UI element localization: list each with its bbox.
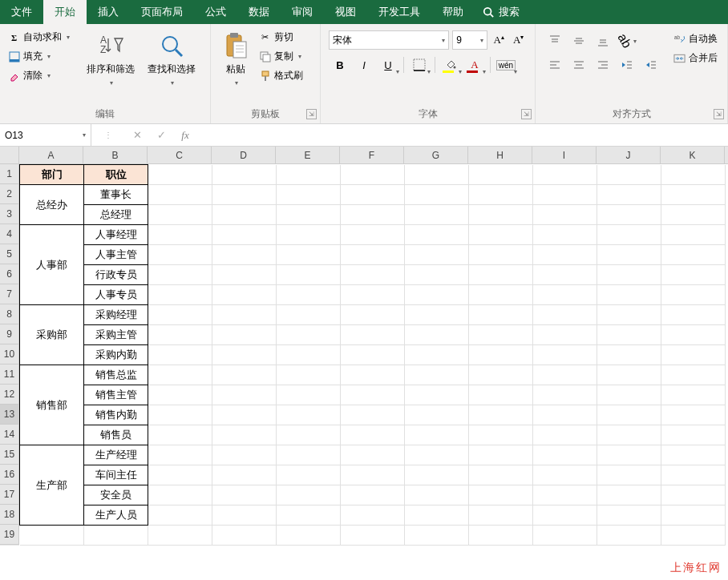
align-center-button[interactable] [568,54,590,75]
cell[interactable] [212,325,277,345]
cell[interactable] [661,526,726,546]
row-header-9[interactable]: 9 [0,324,19,344]
cell[interactable] [405,385,469,405]
cell[interactable] [469,425,533,445]
cell[interactable] [405,205,469,225]
cell[interactable] [277,485,341,505]
fill-color-button[interactable]: ▾ [439,54,462,75]
cell[interactable] [212,345,277,365]
align-right-button[interactable] [592,54,614,75]
cell[interactable] [148,345,212,365]
cell[interactable] [533,205,597,225]
cell[interactable] [148,205,212,225]
cell[interactable]: 采购主管 [84,325,148,345]
cell[interactable] [405,245,469,265]
col-header-D[interactable]: D [212,147,276,163]
row-header-12[interactable]: 12 [0,385,19,405]
cell[interactable] [341,285,405,305]
cell[interactable] [277,425,341,445]
cell[interactable] [469,185,533,205]
tab-layout[interactable]: 页面布局 [130,0,194,24]
cell[interactable]: 销售主管 [84,385,148,405]
cell[interactable] [469,285,533,305]
cell[interactable]: 车间主任 [84,465,148,485]
cell[interactable] [148,445,212,465]
cell[interactable]: 采购内勤 [84,345,148,365]
cell[interactable] [212,225,277,245]
row-header-18[interactable]: 18 [0,505,19,525]
cell[interactable] [469,485,533,505]
cell[interactable]: 生产经理 [84,445,148,465]
row-header-2[interactable]: 2 [0,184,19,204]
cell[interactable] [148,185,212,205]
cell[interactable]: 生产人员 [84,505,148,526]
cell[interactable] [405,325,469,345]
font-color-button[interactable]: A ▾ [463,54,486,75]
cell[interactable]: 安全员 [84,485,148,505]
cell[interactable] [341,526,405,546]
tab-insert[interactable]: 插入 [87,0,130,24]
col-header-H[interactable]: H [468,147,532,163]
fx-button[interactable]: fx [173,124,197,146]
cell[interactable] [212,205,277,225]
cell[interactable] [597,445,661,465]
decrease-indent-button[interactable] [616,54,638,75]
cell[interactable] [661,225,726,245]
cell[interactable]: 总经办 [20,185,84,225]
cell[interactable]: 人事经理 [84,225,148,245]
cell[interactable] [148,365,212,385]
cell[interactable] [212,185,277,205]
cell[interactable] [533,265,597,285]
cell[interactable] [341,425,405,445]
cell[interactable] [148,305,212,325]
copy-button[interactable]: 复制 ▾ [256,48,306,65]
tab-file[interactable]: 文件 [0,0,43,24]
cell[interactable]: 销售部 [20,365,84,445]
font-size-select[interactable]: 9 ▾ [452,30,487,50]
cell[interactable] [148,526,212,546]
cell[interactable] [405,445,469,465]
cancel-button[interactable]: ✕ [125,124,149,146]
cell[interactable] [277,325,341,345]
cell[interactable] [469,305,533,325]
cell[interactable] [341,185,405,205]
paste-button[interactable]: 粘贴 ▾ [216,29,256,87]
row-header-1[interactable]: 1 [0,164,19,184]
cell[interactable] [212,405,277,425]
cell[interactable] [20,526,84,546]
cell[interactable] [533,325,597,345]
cell[interactable] [148,425,212,445]
cell[interactable] [661,265,726,285]
autosum-button[interactable]: Σ 自动求和 ▾ [5,29,80,46]
cell[interactable] [469,405,533,425]
cell[interactable] [277,505,341,526]
cell[interactable] [212,485,277,505]
cell[interactable] [405,345,469,365]
cell[interactable] [212,465,277,485]
cell[interactable] [661,185,726,205]
cell[interactable] [533,465,597,485]
row-header-15[interactable]: 15 [0,445,19,465]
cell[interactable] [277,205,341,225]
cell[interactable] [469,165,533,185]
cell[interactable] [661,365,726,385]
row-header-6[interactable]: 6 [0,264,19,284]
cell[interactable] [533,505,597,526]
search-box[interactable]: 搜索 [475,0,528,24]
row-header-16[interactable]: 16 [0,465,19,485]
cell[interactable] [148,325,212,345]
row-header-8[interactable]: 8 [0,304,19,324]
cell[interactable]: 人事专员 [84,285,148,305]
cell[interactable] [533,165,597,185]
cut-button[interactable]: ✂ 剪切 [256,29,306,46]
cell[interactable] [469,205,533,225]
cell[interactable] [597,225,661,245]
cell[interactable] [661,245,726,265]
tab-home[interactable]: 开始 [43,0,87,24]
cell[interactable] [148,265,212,285]
cell[interactable] [341,245,405,265]
cell[interactable] [148,225,212,245]
cell[interactable] [405,285,469,305]
cell[interactable] [341,445,405,465]
cell[interactable] [212,165,277,185]
